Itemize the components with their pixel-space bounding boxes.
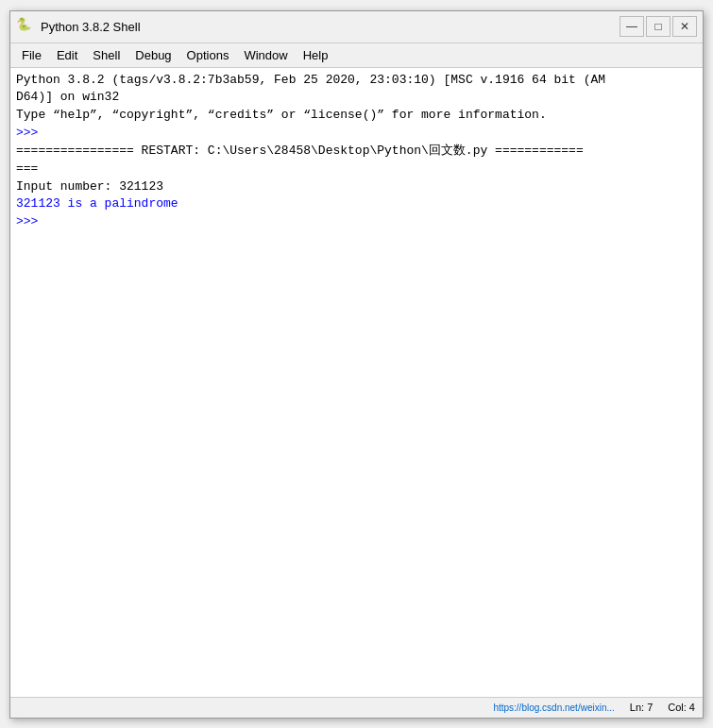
- title-bar-controls: — □ ✕: [620, 16, 697, 37]
- output-line-2: D64)] on win32: [16, 89, 697, 107]
- menu-options[interactable]: Options: [179, 46, 237, 64]
- close-button[interactable]: ✕: [672, 16, 697, 37]
- window-title: Python 3.8.2 Shell: [41, 20, 141, 34]
- title-bar: 🐍 Python 3.8.2 Shell — □ ✕: [10, 11, 703, 43]
- menu-bar: File Edit Shell Debug Options Window Hel…: [10, 43, 703, 68]
- output-line-9: >>>: [16, 213, 697, 231]
- menu-file[interactable]: File: [14, 46, 49, 64]
- maximize-button[interactable]: □: [646, 16, 671, 37]
- output-line-3: Type “help”, “copyright”, “credits” or “…: [16, 107, 697, 125]
- status-col: Col: 4: [668, 702, 695, 713]
- output-line-1: Python 3.8.2 (tags/v3.8.2:7b3ab59, Feb 2…: [16, 72, 697, 90]
- status-ln: Ln: 7: [630, 702, 653, 713]
- title-bar-left: 🐍 Python 3.8.2 Shell: [16, 17, 141, 36]
- output-line-5: ================ RESTART: C:\Users\28458…: [16, 143, 697, 161]
- output-line-6: ===: [16, 161, 697, 178]
- python-icon: 🐍: [16, 17, 35, 36]
- status-bar: https://blog.csdn.net/weixin... Ln: 7 Co…: [10, 697, 703, 718]
- minimize-button[interactable]: —: [620, 16, 644, 37]
- menu-help[interactable]: Help: [296, 46, 336, 64]
- python-shell-window: 🐍 Python 3.8.2 Shell — □ ✕ File Edit She…: [9, 10, 704, 719]
- status-link: https://blog.csdn.net/weixin...: [493, 703, 614, 713]
- menu-edit[interactable]: Edit: [49, 46, 85, 64]
- menu-debug[interactable]: Debug: [127, 46, 178, 64]
- output-line-8: 321123 is a palindrome: [16, 195, 697, 213]
- output-line-4: >>>: [16, 125, 697, 143]
- menu-window[interactable]: Window: [236, 46, 295, 64]
- output-line-7: Input number: 321123: [16, 178, 697, 196]
- menu-shell[interactable]: Shell: [85, 46, 127, 64]
- shell-output[interactable]: Python 3.8.2 (tags/v3.8.2:7b3ab59, Feb 2…: [10, 68, 703, 697]
